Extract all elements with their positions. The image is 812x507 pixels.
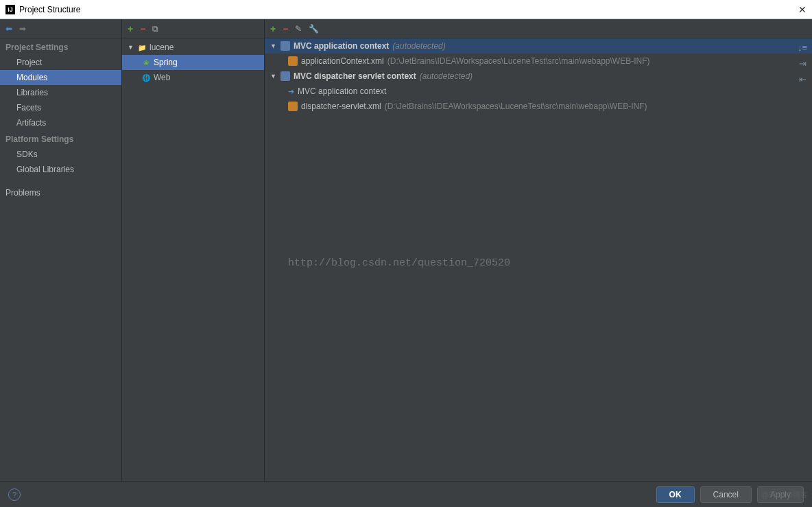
edit-icon[interactable]: ✎ — [295, 24, 302, 34]
modules-toolbar: + − ⧉ — [122, 19, 264, 38]
nav-sdks[interactable]: SDKs — [0, 147, 121, 162]
titlebar: IJ Project Structure ✕ — [0, 0, 812, 19]
link-arrow-icon: ➔ — [288, 87, 294, 96]
context-file[interactable]: applicationContext.xml (D:\JetBrains\IDE… — [265, 54, 812, 69]
ok-button[interactable]: OK — [656, 486, 695, 503]
nav-artifacts[interactable]: Artifacts — [0, 115, 121, 130]
forward-icon[interactable]: ➡ — [19, 24, 26, 34]
sidebar-toolbar: ⬅ ➡ — [0, 19, 121, 38]
nav-libraries[interactable]: Libraries — [0, 85, 121, 100]
nav-global-libraries[interactable]: Global Libraries — [0, 162, 121, 177]
facet-label: Spring — [154, 58, 178, 67]
xml-icon — [288, 102, 298, 111]
help-icon[interactable]: ? — [8, 488, 21, 501]
nav-facets[interactable]: Facets — [0, 100, 121, 115]
wrench-icon[interactable]: 🔧 — [309, 24, 319, 34]
context-icon — [280, 71, 290, 81]
cancel-button[interactable]: Cancel — [700, 486, 752, 503]
copy-icon[interactable]: ⧉ — [152, 24, 158, 34]
footer: ? OK Cancel Apply — [0, 481, 812, 507]
nav-project[interactable]: Project — [0, 55, 121, 70]
chevron-down-icon[interactable]: ▼ — [270, 43, 277, 49]
modules-panel: + − ⧉ ▼ 📁 lucene ❀ Spring 🌐 Web — [122, 19, 265, 481]
apply-button[interactable]: Apply — [757, 486, 804, 503]
context-title: MVC application context — [294, 41, 389, 51]
nav-modules[interactable]: Modules — [0, 70, 121, 85]
sort-icon[interactable]: ↓≡ — [798, 43, 807, 53]
chevron-down-icon[interactable]: ▼ — [128, 44, 134, 51]
expand-icon[interactable]: ⇥ — [799, 58, 807, 69]
facet-label: Web — [154, 73, 170, 82]
context-hint: (autodetected) — [392, 41, 445, 51]
detail-panel: + − ✎ 🔧 ▼ MVC application context (autod… — [265, 19, 812, 481]
facet-spring[interactable]: ❀ Spring — [122, 55, 264, 70]
file-path: (D:\JetBrains\IDEAWorkspaces\LuceneTest\… — [387, 56, 650, 66]
chevron-down-icon[interactable]: ▼ — [270, 73, 277, 80]
context-header[interactable]: ▼ MVC application context (autodetected) — [265, 38, 812, 54]
collapse-icon[interactable]: ⇤ — [799, 74, 807, 84]
app-icon: IJ — [5, 5, 15, 14]
facet-web[interactable]: 🌐 Web — [122, 70, 264, 85]
remove-icon[interactable]: − — [140, 23, 145, 34]
module-root[interactable]: ▼ 📁 lucene — [122, 40, 264, 55]
context-header[interactable]: ▼ MVC dispatcher servlet context (autode… — [265, 69, 812, 84]
folder-icon: 📁 — [137, 43, 147, 52]
right-gutter: ↓≡ ⇥ ⇤ — [794, 38, 811, 84]
link-name: MVC application context — [298, 86, 386, 96]
main-area: ⬅ ➡ Project Settings Project Modules Lib… — [0, 19, 812, 481]
web-icon: 🌐 — [141, 73, 151, 82]
add-icon[interactable]: + — [128, 23, 133, 34]
xml-icon — [288, 56, 298, 66]
spring-icon: ❀ — [141, 58, 151, 67]
section-platform-settings: Platform Settings — [0, 130, 121, 147]
context-list: ▼ MVC application context (autodetected)… — [265, 38, 812, 481]
back-icon[interactable]: ⬅ — [5, 24, 12, 34]
file-path: (D:\JetBrains\IDEAWorkspaces\LuceneTest\… — [385, 102, 647, 111]
file-name: dispatcher-servlet.xml — [301, 102, 381, 111]
sidebar: ⬅ ➡ Project Settings Project Modules Lib… — [0, 19, 122, 481]
add-context-icon[interactable]: + — [270, 23, 276, 34]
context-link[interactable]: ➔ MVC application context — [265, 84, 812, 99]
modules-tree: ▼ 📁 lucene ❀ Spring 🌐 Web — [122, 38, 264, 85]
context-hint: (autodetected) — [420, 71, 473, 81]
section-project-settings: Project Settings — [0, 38, 121, 55]
file-name: applicationContext.xml — [301, 56, 384, 66]
remove-context-icon[interactable]: − — [283, 23, 288, 34]
close-icon[interactable]: ✕ — [798, 4, 807, 15]
context-title: MVC dispatcher servlet context — [294, 71, 416, 81]
nav-problems[interactable]: Problems — [0, 185, 121, 200]
context-file[interactable]: dispatcher-servlet.xml (D:\JetBrains\IDE… — [265, 99, 812, 114]
detail-toolbar: + − ✎ 🔧 — [265, 19, 812, 38]
window-title: Project Structure — [19, 5, 80, 14]
module-name: lucene — [150, 43, 174, 52]
context-icon — [280, 41, 290, 51]
